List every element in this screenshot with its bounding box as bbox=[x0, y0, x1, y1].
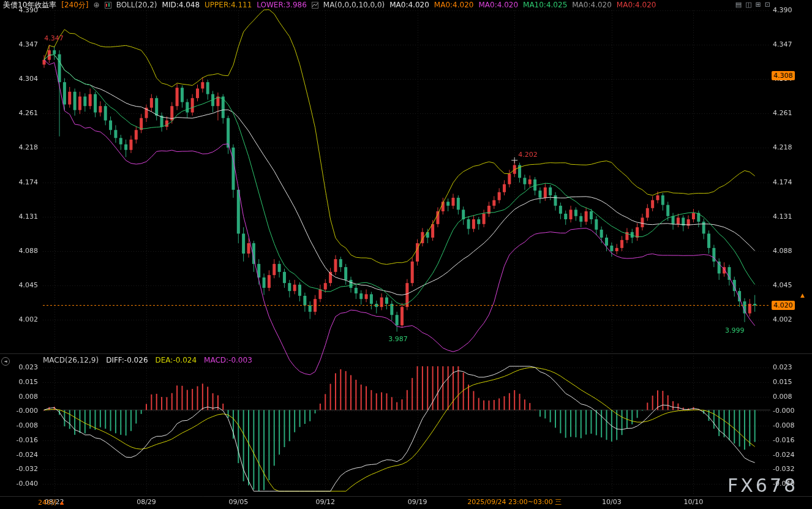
ma-label[interactable]: MA(0,0,0,10,0,0) bbox=[323, 1, 385, 9]
macd-dea-value: DEA:-0.024 bbox=[156, 356, 197, 364]
price-axis-tick-right: 4.002 bbox=[773, 315, 792, 323]
fx678-logo: FX678 bbox=[727, 475, 798, 496]
macd-axis-tick-right: 0.015 bbox=[773, 378, 792, 386]
latest-price-arrow-icon[interactable]: ▲ bbox=[800, 292, 805, 298]
price-axis-tick-right: 4.045 bbox=[773, 281, 792, 289]
price-axis-tick-right: 4.174 bbox=[773, 178, 792, 186]
date-axis-tick: 10/03 bbox=[602, 498, 622, 506]
macd-axis-tick-left: -0.024 bbox=[12, 451, 38, 459]
layout-split-icon[interactable]: ◫ bbox=[745, 1, 751, 9]
period-tag[interactable]: [240分] bbox=[61, 1, 88, 9]
macd-axis-tick-left: -0.008 bbox=[12, 421, 38, 429]
chart-application: 美债10年收益率 [240分] ⊕ BOLL(20,2) MID:4.048 U… bbox=[0, 0, 812, 509]
macd-axis-tick-left: -0.040 bbox=[12, 480, 38, 488]
marker-price-badge: 4.308 bbox=[772, 71, 795, 80]
price-axis-tick-left: 4.218 bbox=[16, 143, 38, 151]
macd-axis-tick-right: 0.008 bbox=[773, 393, 792, 401]
layout-grid-icon[interactable]: ⊞ bbox=[756, 1, 761, 9]
ma-value-3: MA0:4.020 bbox=[478, 1, 518, 9]
date-axis-tick: 09/19 bbox=[408, 498, 427, 506]
add-indicator-icon[interactable]: ⊕ bbox=[94, 1, 100, 9]
price-axis-tick-left: 4.174 bbox=[16, 178, 38, 186]
instrument-title: 美债10年收益率 bbox=[3, 1, 56, 9]
macd-axis-tick-right: -0.008 bbox=[773, 421, 794, 429]
price-and-macd-chart-canvas[interactable] bbox=[0, 0, 812, 509]
ma-indicator-icon[interactable] bbox=[312, 2, 318, 9]
date-axis-tick: 09/12 bbox=[315, 498, 335, 506]
macd-hist-value: MACD:-0.003 bbox=[204, 356, 252, 364]
boll-upper-value: UPPER:4.111 bbox=[205, 1, 252, 9]
price-axis-tick-left: 4.088 bbox=[16, 247, 38, 255]
boll-mid-value: MID:4.048 bbox=[162, 1, 200, 9]
boll-indicator-icon[interactable] bbox=[105, 2, 111, 9]
price-axis-tick-left: 4.304 bbox=[16, 75, 38, 83]
boll-lower-value: LOWER:3.986 bbox=[257, 1, 307, 9]
chart-header: 美债10年收益率 [240分] ⊕ BOLL(20,2) MID:4.048 U… bbox=[3, 1, 656, 9]
macd-axis-tick-right: -0.024 bbox=[773, 451, 794, 459]
macd-axis-tick-left: -0.000 bbox=[12, 407, 38, 415]
macd-axis-tick-left: -0.032 bbox=[12, 465, 38, 473]
price-annotation: 4.202 bbox=[518, 151, 538, 159]
period-selector-label: 240分 bbox=[38, 498, 58, 507]
layout-single-icon[interactable]: ▤ bbox=[735, 1, 742, 9]
macd-axis-tick-right: -0.032 bbox=[773, 465, 794, 473]
date-axis-tick: 08/29 bbox=[137, 498, 156, 506]
window-layout-toolbar: ▤ ◫ ⊞ ⊡ bbox=[735, 1, 770, 9]
macd-panel-toggle-icon[interactable]: ◄ bbox=[1, 357, 10, 366]
date-axis-tick: 2025/09/24 23:00~03:00 三 bbox=[467, 498, 562, 506]
period-dropdown-arrow-icon: ▲ bbox=[60, 500, 64, 505]
price-axis-tick-left: 4.261 bbox=[16, 109, 38, 117]
macd-axis-tick-left: 0.023 bbox=[12, 363, 38, 371]
date-axis-tick: 10/10 bbox=[684, 498, 704, 506]
date-axis-tick: 09/05 bbox=[228, 498, 248, 506]
macd-axis-tick-right: -0.000 bbox=[773, 407, 794, 415]
ma-value-4: MA10:4.025 bbox=[523, 1, 567, 9]
ma-value-1: MA0:4.020 bbox=[389, 1, 429, 9]
price-axis-tick-right: 4.218 bbox=[773, 143, 792, 151]
boll-label[interactable]: BOLL(20,2) bbox=[116, 1, 157, 9]
macd-axis-tick-right: -0.016 bbox=[773, 436, 794, 444]
macd-axis-tick-left: -0.016 bbox=[12, 436, 38, 444]
price-axis-tick-left: 4.002 bbox=[16, 315, 38, 323]
price-axis-tick-right: 4.261 bbox=[773, 109, 792, 117]
last-price-badge: 4.020 bbox=[772, 301, 795, 310]
macd-axis-tick-left: 0.015 bbox=[12, 378, 38, 386]
macd-axis-tick-right: 0.023 bbox=[773, 363, 792, 371]
price-annotation: 4.347 bbox=[44, 34, 64, 42]
price-axis-tick-left: 4.347 bbox=[16, 40, 38, 48]
ma-value-5: MA0:4.020 bbox=[572, 1, 612, 9]
price-axis-tick-left: 4.045 bbox=[16, 281, 38, 289]
macd-legend: MACD(26,12,9) DIFF:-0.026 DEA:-0.024 MAC… bbox=[43, 356, 252, 364]
price-annotation: 3.999 bbox=[725, 326, 745, 334]
price-annotation: 3.987 bbox=[388, 335, 408, 343]
macd-axis-tick-left: 0.008 bbox=[12, 393, 38, 401]
period-selector[interactable]: 240分 ▲ bbox=[38, 498, 64, 507]
ma-value-2: MA0:4.020 bbox=[434, 1, 474, 9]
macd-diff-value: DIFF:-0.026 bbox=[106, 356, 148, 364]
layout-quad-icon[interactable]: ⊡ bbox=[765, 1, 770, 9]
macd-label[interactable]: MACD(26,12,9) bbox=[43, 356, 99, 364]
price-axis-tick-left: 4.131 bbox=[16, 213, 38, 221]
price-axis-tick-right: 4.088 bbox=[773, 247, 792, 255]
price-axis-tick-right: 4.347 bbox=[773, 40, 792, 48]
price-axis-tick-right: 4.390 bbox=[773, 6, 792, 14]
ma-value-6: MA0:4.020 bbox=[617, 1, 656, 9]
price-axis-tick-right: 4.131 bbox=[773, 213, 792, 221]
